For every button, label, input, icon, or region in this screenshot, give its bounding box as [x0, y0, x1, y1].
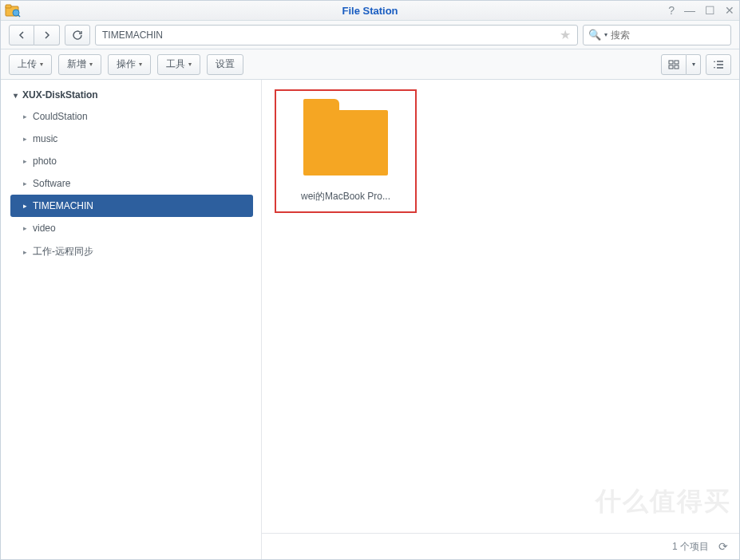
sidebar: ▾ XUX-DiskStation ▸ CouldStation ▸ music…: [1, 80, 262, 559]
svg-rect-5: [675, 61, 679, 64]
expand-icon: ▸: [23, 179, 27, 187]
maximize-icon[interactable]: ☐: [705, 5, 715, 16]
sidebar-item-timemachin[interactable]: ▸ TIMEMACHIN: [10, 195, 253, 217]
window-title: File Station: [1, 5, 739, 17]
expand-icon: ▸: [23, 224, 27, 232]
item-count: 1 个项目: [672, 540, 709, 554]
statusbar-refresh-icon[interactable]: ⟳: [718, 540, 728, 553]
search-input[interactable]: 🔍 ▾: [583, 25, 731, 45]
nav-forward-button[interactable]: [34, 25, 60, 45]
file-item[interactable]: wei的MacBook Pro...: [275, 89, 417, 213]
sidebar-root[interactable]: ▾ XUX-DiskStation: [1, 85, 261, 105]
app-icon: [4, 2, 22, 19]
minimize-icon[interactable]: —: [684, 5, 695, 16]
expand-icon: ▸: [23, 135, 27, 143]
file-grid: wei的MacBook Pro...: [262, 80, 739, 534]
sidebar-item-work-sync[interactable]: ▸ 工作-远程同步: [1, 239, 261, 264]
close-icon[interactable]: ✕: [725, 5, 734, 16]
action-button[interactable]: 操作▾: [108, 54, 151, 75]
sidebar-item-music[interactable]: ▸ music: [1, 128, 261, 150]
nav-back-button[interactable]: [9, 25, 34, 45]
favorite-star-icon[interactable]: ★: [560, 27, 571, 42]
sort-button[interactable]: [706, 54, 731, 75]
expand-icon: ▸: [23, 202, 27, 210]
refresh-button[interactable]: [65, 25, 90, 45]
help-icon[interactable]: ?: [668, 5, 675, 16]
svg-point-2: [13, 10, 19, 16]
sidebar-item-software[interactable]: ▸ Software: [1, 172, 261, 195]
search-field[interactable]: [611, 30, 730, 41]
new-button[interactable]: 新增▾: [58, 54, 101, 75]
expand-icon: ▸: [23, 112, 27, 120]
svg-line-3: [18, 15, 20, 17]
search-dropdown-icon[interactable]: ▾: [604, 31, 607, 38]
svg-rect-1: [6, 5, 11, 8]
path-text: TIMEMACHIN: [102, 30, 163, 41]
svg-rect-4: [669, 61, 673, 64]
collapse-icon: ▾: [14, 91, 18, 100]
file-item-label: wei的MacBook Pro...: [281, 190, 410, 203]
view-grid-dropdown[interactable]: ▾: [687, 54, 701, 75]
search-icon: 🔍: [588, 29, 601, 41]
expand-icon: ▸: [23, 248, 27, 256]
sidebar-item-video[interactable]: ▸ video: [1, 217, 261, 239]
expand-icon: ▸: [23, 157, 27, 165]
upload-button[interactable]: 上传▾: [9, 54, 52, 75]
status-bar: 1 个项目 ⟳: [262, 534, 739, 559]
svg-rect-6: [669, 65, 673, 69]
sidebar-item-photo[interactable]: ▸ photo: [1, 150, 261, 172]
settings-button[interactable]: 设置: [207, 54, 243, 75]
view-grid-button[interactable]: [661, 54, 687, 75]
path-input[interactable]: TIMEMACHIN ★: [95, 25, 578, 45]
sidebar-item-couldstation[interactable]: ▸ CouldStation: [1, 105, 261, 128]
folder-icon: [303, 99, 388, 175]
tools-button[interactable]: 工具▾: [157, 54, 200, 75]
svg-rect-7: [675, 65, 679, 69]
